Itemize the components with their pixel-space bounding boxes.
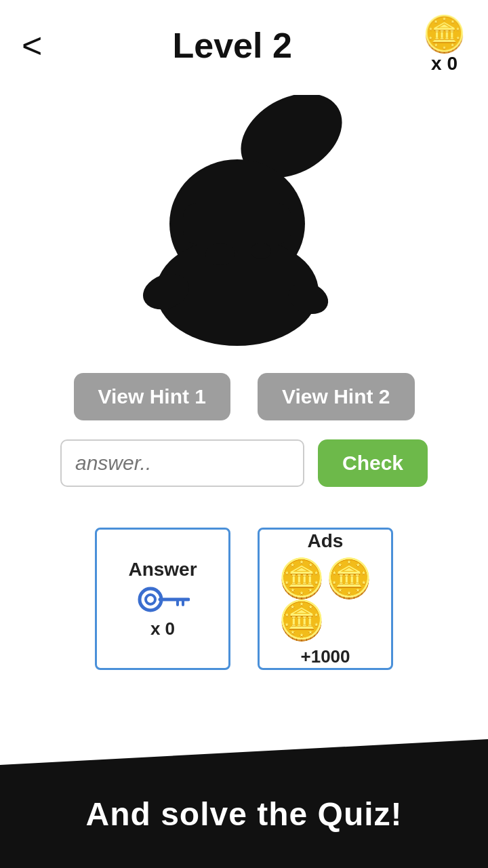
check-button[interactable]: Check [318,439,428,487]
coins-display: 🪙 x 0 [422,16,466,75]
answer-powerup-value: x 0 [150,618,175,639]
hint-buttons: View Hint 1 View Hint 2 [0,373,488,420]
powerup-row: Answer x 0 Ads 🪙🪙🪙 +1000 [0,487,488,670]
coins-count: x 0 [431,53,458,75]
ads-powerup-value: +1000 [300,646,350,667]
back-button[interactable]: < [22,28,42,63]
ads-powerup-box[interactable]: Ads 🪙🪙🪙 +1000 [258,528,393,670]
silhouette-area [0,81,488,366]
banner-text: And solve the Quiz! [85,795,402,833]
svg-point-7 [251,243,271,259]
header: < Level 2 🪙 x 0 [0,0,488,81]
level-title: Level 2 [173,25,292,66]
svg-point-6 [205,243,235,265]
svg-rect-5 [183,203,291,244]
answer-powerup-box[interactable]: Answer x 0 [95,528,230,670]
key-icon [136,586,190,613]
pokemon-silhouette [129,95,359,353]
svg-point-9 [146,595,155,604]
coins-icon: 🪙 [422,16,466,52]
answer-input[interactable] [60,439,304,487]
svg-point-8 [140,589,161,610]
ads-coins-icon: 🪙🪙🪙 [278,557,373,641]
bottom-banner: And solve the Quiz! [0,739,488,868]
answer-powerup-label: Answer [128,559,197,580]
ads-powerup-label: Ads [308,530,344,552]
hint2-button[interactable]: View Hint 2 [258,373,415,420]
answer-row: Check [0,420,488,487]
hint1-button[interactable]: View Hint 1 [74,373,231,420]
